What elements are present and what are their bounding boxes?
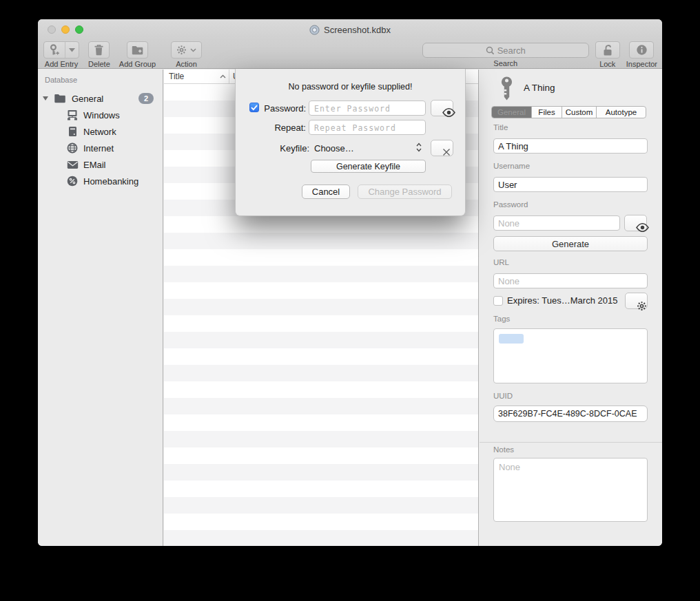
delete-label: Delete [88, 60, 110, 68]
notes-field[interactable] [493, 458, 648, 522]
tab-autotype[interactable]: Autotype [597, 107, 646, 118]
search-label: Search [493, 59, 517, 67]
sidebar-item-network[interactable]: Network [38, 123, 163, 140]
sidebar-item-label: Windows [83, 110, 120, 120]
add-group-button[interactable] [127, 41, 148, 59]
generate-keyfile-button[interactable]: Generate Keyfile [311, 160, 426, 173]
add-entry-label: Add Entry [45, 60, 78, 68]
url-label: URL [493, 258, 509, 266]
key-plus-icon [44, 42, 65, 58]
folder-icon [54, 94, 66, 103]
generate-password-button[interactable]: Generate [493, 236, 648, 251]
search-placeholder: Search [497, 45, 526, 56]
add-entry-dropdown-arrow[interactable] [65, 42, 79, 58]
app-window: Screenshot.kdbx Add Entry [38, 19, 662, 546]
tab-custom[interactable]: Custom [562, 107, 597, 118]
tags-label: Tags [493, 315, 510, 323]
change-password-button[interactable]: Change Password [358, 184, 452, 199]
repeat-input[interactable] [309, 120, 426, 135]
sidebar-item-label: EMail [83, 160, 106, 170]
uuid-label: UUID [493, 392, 513, 400]
inspector-button[interactable] [629, 41, 654, 59]
sidebar-item-internet[interactable]: Internet [38, 140, 163, 156]
title-bar: Screenshot.kdbx [38, 19, 662, 40]
action-label: Action [176, 60, 197, 68]
reveal-password-button[interactable] [431, 100, 453, 116]
unlocked-padlock-icon [602, 44, 613, 56]
sidebar-item-label: General [72, 94, 103, 104]
title-field[interactable] [493, 138, 648, 154]
percent-icon [66, 176, 79, 187]
lock-button[interactable] [595, 41, 620, 59]
tag-pill[interactable] [499, 334, 524, 344]
add-group-label: Add Group [119, 60, 156, 68]
expires-checkbox[interactable] [493, 296, 503, 306]
expires-settings-button[interactable] [625, 293, 648, 309]
globe-icon [66, 143, 79, 154]
inspector-label: Inspector [626, 60, 657, 68]
password-field[interactable] [493, 215, 620, 231]
inspector-tabs: General Files Custom Autotype [491, 106, 646, 118]
dialog-message: No password or keyfile supplied! [236, 82, 465, 92]
repeat-label: Repeat: [236, 123, 306, 133]
folder-plus-icon [132, 45, 143, 55]
cancel-button[interactable]: Cancel [302, 184, 350, 199]
action-button[interactable] [171, 41, 202, 59]
clear-keyfile-button[interactable] [431, 140, 453, 156]
sidebar: Database General 2 Windows Network [38, 70, 163, 546]
sidebar-item-windows[interactable]: Windows [38, 107, 163, 123]
envelope-icon [66, 160, 79, 169]
add-entry-button[interactable] [43, 41, 79, 59]
toolbar: Add Entry Delete Add Group [38, 40, 662, 69]
sort-ascending-icon [220, 74, 226, 78]
info-icon [636, 44, 648, 56]
tab-files[interactable]: Files [532, 107, 562, 118]
password-label: Password: [236, 103, 306, 114]
url-field[interactable] [493, 273, 648, 288]
window-title: Screenshot.kdbx [324, 25, 391, 35]
chevron-down-icon [190, 48, 196, 52]
trash-icon [94, 44, 104, 56]
keyfile-popup[interactable]: Choose… [314, 143, 354, 154]
title-label: Title [493, 123, 508, 131]
server-icon [66, 126, 79, 137]
delete-button[interactable] [88, 41, 110, 59]
document-icon [309, 25, 320, 35]
username-field[interactable] [493, 177, 648, 192]
notes-label: Notes [493, 445, 514, 454]
sidebar-item-label: Network [83, 127, 116, 137]
keyfile-label: Keyfile: [236, 143, 309, 154]
sidebar-item-email[interactable]: EMail [38, 156, 163, 173]
column-header-title[interactable]: Title [164, 70, 229, 83]
password-label: Password [493, 200, 528, 209]
inspector-panel: A Thing General Files Custom Autotype Ti… [480, 70, 662, 546]
tab-general[interactable]: General [492, 107, 532, 118]
entry-title: A Thing [524, 83, 555, 93]
sidebar-item-homebanking[interactable]: Homebanking [38, 173, 163, 189]
sidebar-header: Database [45, 76, 163, 84]
gear-icon [176, 45, 187, 55]
tags-field[interactable] [493, 328, 648, 383]
password-input[interactable] [309, 101, 426, 116]
expires-label: Expires: Tues…March 2015 [507, 295, 617, 306]
change-password-dialog: No password or keyfile supplied! Passwor… [235, 69, 466, 216]
sidebar-item-label: Internet [83, 143, 114, 154]
network-computer-icon [66, 109, 79, 120]
divider [480, 442, 662, 443]
entry-count-badge: 2 [138, 93, 154, 104]
search-icon [486, 46, 495, 55]
sidebar-item-general[interactable]: General 2 [38, 90, 163, 107]
lock-label: Lock [599, 60, 615, 68]
sidebar-item-label: Homebanking [83, 176, 138, 187]
search-input[interactable]: Search [422, 43, 589, 58]
disclosure-triangle-icon[interactable] [43, 96, 48, 101]
reveal-password-button[interactable] [624, 215, 647, 231]
username-label: Username [493, 162, 530, 170]
uuid-field[interactable] [493, 405, 648, 422]
